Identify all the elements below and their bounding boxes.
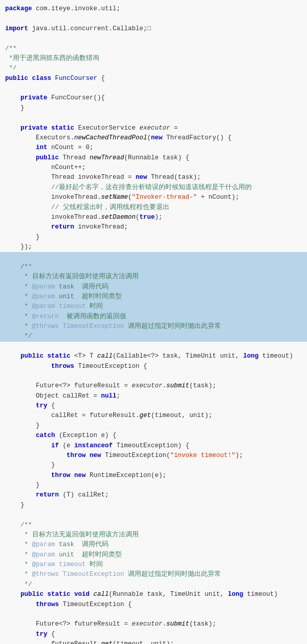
code-container: package com.iteye.invoke.util; import ja… xyxy=(0,0,307,644)
code-block: package com.iteye.invoke.util; import ja… xyxy=(5,4,302,644)
